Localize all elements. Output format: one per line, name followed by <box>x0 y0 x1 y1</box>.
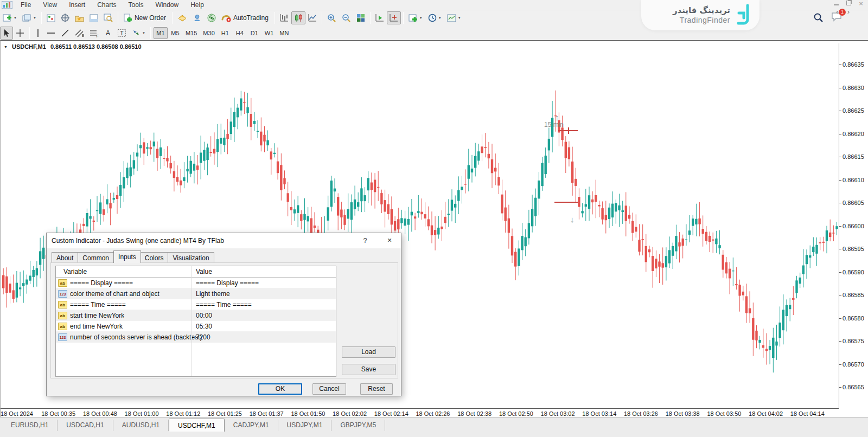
periods-button[interactable]: ▼ <box>425 11 444 24</box>
parameter-row[interactable]: abstart time NewYork00:00 <box>56 310 336 321</box>
time-axis-label: 18 Oct 01:50 <box>291 410 325 417</box>
chart-tab-USDCHF-M1[interactable]: USDCHF,M1 <box>169 419 225 432</box>
timeframe-M5[interactable]: M5 <box>168 27 182 39</box>
autotrading-button[interactable]: AutoTrading <box>219 11 272 24</box>
menu-view[interactable]: View <box>37 1 63 9</box>
menu-file[interactable]: File <box>15 1 37 9</box>
load-button[interactable]: Load <box>342 346 395 358</box>
dialog-help-button[interactable]: ? <box>361 236 369 245</box>
timeframe-M30[interactable]: M30 <box>200 27 217 39</box>
navigator-button[interactable]: ★ <box>72 11 87 24</box>
parameter-row[interactable]: 123number of seconds server is ahead (ba… <box>56 332 336 343</box>
market-watch-button[interactable] <box>44 11 58 24</box>
text-label-tool[interactable]: T <box>114 27 129 40</box>
time-axis-label: 18 Oct 03:02 <box>541 410 575 417</box>
equidistant-channel-tool[interactable]: E <box>72 27 87 40</box>
menu-tools[interactable]: Tools <box>123 1 150 9</box>
candlestick-type-button[interactable] <box>291 11 305 24</box>
timeframe-MN[interactable]: MN <box>277 27 291 39</box>
parameter-value[interactable]: ===== Display ===== <box>196 279 259 287</box>
menu-help[interactable]: Help <box>184 1 210 9</box>
parameters-table[interactable]: Variable Value ab===== Display =========… <box>55 266 336 377</box>
restore-button[interactable] <box>845 1 852 7</box>
parameter-value[interactable]: 00:00 <box>196 312 212 319</box>
timeframe-H4[interactable]: H4 <box>233 27 247 39</box>
timeframe-W1[interactable]: W1 <box>262 27 277 39</box>
parameter-row[interactable]: ab===== Time ========== Time ===== <box>56 299 336 310</box>
new-order-button[interactable]: New Order <box>120 11 170 24</box>
menu-charts[interactable]: Charts <box>91 1 122 9</box>
menu-insert[interactable]: Insert <box>63 1 91 9</box>
close-button[interactable]: × <box>857 1 865 7</box>
dialog-tab-common[interactable]: Common <box>78 252 114 263</box>
vertical-line-tool[interactable] <box>32 27 44 40</box>
ok-button[interactable]: OK <box>258 383 302 395</box>
chart-tab-AUDUSD-H1[interactable]: AUDUSD,H1 <box>113 420 169 431</box>
parameter-value[interactable]: 7200 <box>196 333 210 341</box>
chart-tab-EURUSD-H1[interactable]: EURUSD,H1 <box>2 420 58 431</box>
quote-collapse-icon[interactable]: ▼ <box>4 45 8 49</box>
crosshair-tool[interactable] <box>13 27 27 40</box>
price-axis[interactable]: 0.866350.866300.866250.866200.866150.866… <box>839 43 868 408</box>
parameter-value[interactable]: 05:30 <box>196 323 212 330</box>
terminal-button[interactable] <box>87 11 101 24</box>
tile-windows-button[interactable] <box>354 11 368 24</box>
dialog-tab-colors[interactable]: Colors <box>141 252 169 263</box>
chart-tab-GBPJPY-M5[interactable]: GBPJPY,M5 <box>331 420 385 431</box>
indicators-button[interactable]: ▼ <box>406 11 425 24</box>
text-tool[interactable]: A <box>101 27 114 40</box>
zoom-in-button[interactable] <box>324 11 339 24</box>
cursor-tool[interactable] <box>0 27 13 40</box>
dialog-tab-inputs[interactable]: Inputs <box>113 250 141 263</box>
new-chart-button[interactable]: ▼ <box>0 11 20 24</box>
parameter-value[interactable]: Light theme <box>196 290 230 298</box>
parameter-row[interactable]: 123color theme of chart and objectLight … <box>56 288 336 299</box>
new-order-label: New Order <box>133 14 167 22</box>
price-axis-label: 0.86610 <box>843 177 864 183</box>
chart-tab-USDCAD-H1[interactable]: USDCAD,H1 <box>58 420 113 431</box>
signals-button[interactable] <box>205 11 219 24</box>
bar-chart-type-button[interactable] <box>277 11 291 24</box>
chart-tab-USDJPY-M1[interactable]: USDJPY,M1 <box>278 420 332 431</box>
tab-scroll-right-icon[interactable]: › <box>847 8 850 16</box>
metaeditor-button[interactable] <box>175 11 190 24</box>
price-axis-label: 0.86600 <box>843 223 864 229</box>
minimize-button[interactable] <box>832 1 840 7</box>
dialog-tab-visualization[interactable]: Visualization <box>168 252 214 263</box>
parameter-value[interactable]: ===== Time ===== <box>196 301 252 309</box>
zoom-out-button[interactable] <box>339 11 354 24</box>
mt4-window: FileViewInsertChartsToolsWindowHelp × ▼ … <box>0 0 868 437</box>
line-chart-type-button[interactable] <box>305 11 320 24</box>
menu-window[interactable]: Window <box>150 1 185 9</box>
timeframe-M15[interactable]: M15 <box>183 27 200 39</box>
reset-button[interactable]: Reset <box>360 383 393 395</box>
parameter-row[interactable]: ab===== Display ========== Display ===== <box>56 278 336 288</box>
price-axis-label: 0.86615 <box>843 153 864 160</box>
price-axis-label: 0.86585 <box>843 292 864 298</box>
parameter-row[interactable]: abend time NewYork05:30 <box>56 321 336 332</box>
dialog-close-button[interactable]: × <box>385 236 394 245</box>
dialog-title-bar[interactable]: Custom Indicator - Judas Swing (one cand… <box>47 233 401 248</box>
auto-scroll-button[interactable] <box>373 11 387 24</box>
community-button[interactable] <box>190 11 205 24</box>
chart-shift-button[interactable] <box>387 11 401 24</box>
strategy-tester-button[interactable] <box>101 11 116 24</box>
trendline-tool[interactable] <box>58 27 72 40</box>
cancel-button[interactable]: Cancel <box>312 383 346 395</box>
search-icon[interactable] <box>813 12 824 23</box>
tab-scroll-left-icon[interactable]: ‹ <box>836 8 838 16</box>
dialog-tab-about[interactable]: About <box>52 252 78 263</box>
timeframe-H1[interactable]: H1 <box>218 27 232 39</box>
svg-text:T: T <box>120 30 123 36</box>
templates-button[interactable]: ▼ <box>444 11 464 24</box>
timeframe-M1[interactable]: M1 <box>154 27 168 39</box>
horizontal-line-tool[interactable] <box>44 27 58 40</box>
data-window-button[interactable] <box>58 11 72 24</box>
save-button[interactable]: Save <box>342 364 395 375</box>
fibonacci-tool[interactable]: F <box>87 27 101 40</box>
chart-tab-CADJPY-M1[interactable]: CADJPY,M1 <box>225 420 278 431</box>
timeframe-D1[interactable]: D1 <box>247 27 261 39</box>
profiles-button[interactable]: ▼ <box>20 11 39 24</box>
parameter-name: number of seconds server is ahead (backt… <box>70 333 202 341</box>
arrows-tool[interactable]: ▼ <box>129 27 148 40</box>
